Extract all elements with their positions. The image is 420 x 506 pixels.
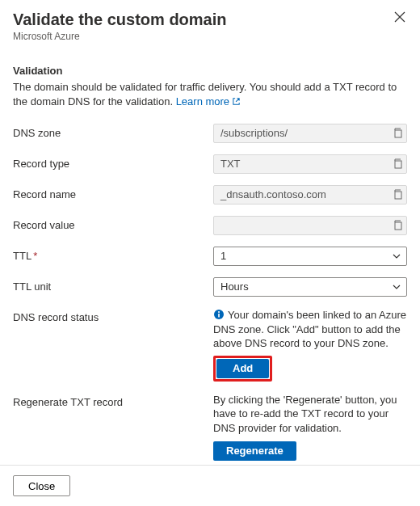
record-name-field: _dnsauth.contoso.com <box>213 185 407 205</box>
info-icon <box>213 309 225 320</box>
ttl-unit-field[interactable]: Hours <box>213 277 407 297</box>
learn-more-link[interactable]: Learn more <box>176 95 241 108</box>
chevron-down-icon <box>392 282 401 292</box>
record-value-field <box>213 216 407 235</box>
svg-rect-2 <box>395 192 401 199</box>
dns-zone-label: DNS zone <box>13 124 213 139</box>
page-title: Validate the custom domain <box>13 10 227 29</box>
svg-rect-5 <box>218 314 220 318</box>
validation-description: The domain should be validated for traff… <box>13 80 407 109</box>
record-name-label: Record name <box>13 185 213 200</box>
record-value-label: Record value <box>13 216 213 231</box>
page-subtitle: Microsoft Azure <box>13 31 227 42</box>
ttl-label: TTL* <box>13 247 213 262</box>
record-type-label: Record type <box>13 154 213 170</box>
copy-icon[interactable] <box>392 219 403 230</box>
ttl-unit-label: TTL unit <box>13 277 213 293</box>
svg-rect-1 <box>395 161 401 168</box>
copy-icon[interactable] <box>392 188 403 200</box>
validation-section-title: Validation <box>13 65 407 77</box>
copy-icon[interactable] <box>392 127 403 138</box>
regenerate-label: Regenerate TXT record <box>13 393 213 408</box>
dns-zone-field: /subscriptions/ <box>213 124 407 143</box>
regenerate-button[interactable]: Regenerate <box>213 441 296 461</box>
svg-point-6 <box>218 311 220 313</box>
svg-rect-3 <box>395 222 401 230</box>
add-button[interactable]: Add <box>216 359 269 378</box>
dns-record-status-label: DNS record status <box>13 308 213 323</box>
record-type-field: TXT <box>213 154 407 174</box>
copy-icon[interactable] <box>392 158 403 169</box>
svg-rect-0 <box>395 130 401 137</box>
dns-record-status-text: Your domain's been linked to an Azure DN… <box>213 308 407 351</box>
regenerate-text: By clicking the 'Regenerate' button, you… <box>213 393 407 436</box>
external-link-icon <box>232 95 241 110</box>
chevron-down-icon <box>392 251 401 261</box>
close-icon[interactable] <box>393 10 407 26</box>
add-button-highlight: Add <box>213 356 272 382</box>
close-button[interactable]: Close <box>13 475 70 496</box>
ttl-field[interactable]: 1 <box>213 247 407 266</box>
